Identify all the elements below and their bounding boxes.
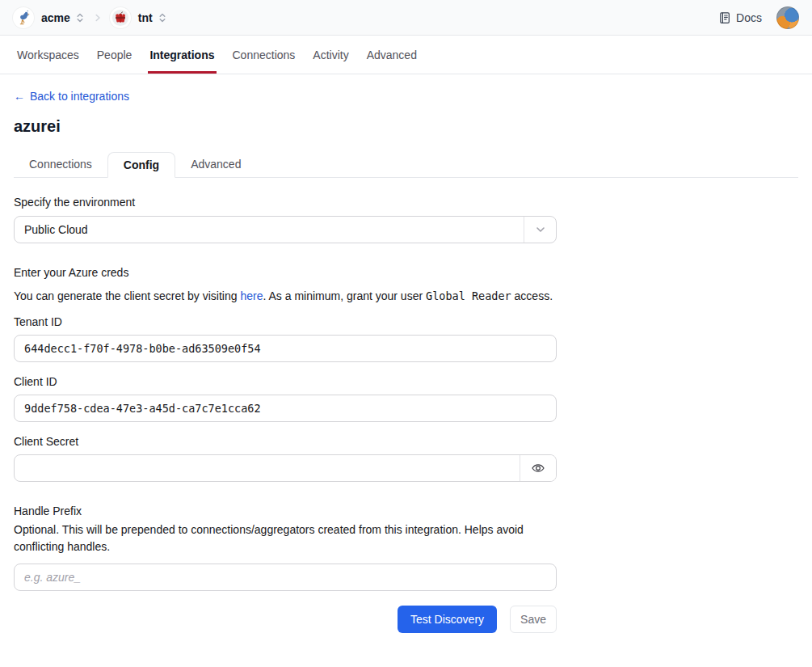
creds-help-post: access. xyxy=(511,289,553,302)
back-link-label: Back to integrations xyxy=(30,90,129,103)
back-arrow-icon: ← xyxy=(14,90,25,103)
workspace-switcher-icon[interactable] xyxy=(74,12,86,23)
nav-item-integrations[interactable]: Integrations xyxy=(149,36,214,74)
integration-tabs: Connections Config Advanced xyxy=(14,151,798,178)
nav-item-activity[interactable]: Activity xyxy=(313,36,348,74)
header-right: Docs xyxy=(718,6,799,29)
page-title: azurei xyxy=(14,117,798,136)
dynamite-icon xyxy=(111,9,129,27)
chevron-down-icon xyxy=(524,217,556,243)
environment-select-value: Public Cloud xyxy=(24,223,88,236)
tenant-name[interactable]: tnt xyxy=(138,11,153,24)
docs-label: Docs xyxy=(736,11,762,24)
client-secret-group: Client Secret xyxy=(14,435,798,482)
tenant-logo[interactable] xyxy=(110,7,131,28)
back-to-integrations-link[interactable]: ← Back to integrations xyxy=(14,90,129,103)
client-secret-field xyxy=(14,454,557,482)
nav-item-workspaces[interactable]: Workspaces xyxy=(17,36,79,74)
tab-connections[interactable]: Connections xyxy=(14,151,107,177)
workspace-logo[interactable] xyxy=(13,7,34,28)
nav-item-advanced[interactable]: Advanced xyxy=(367,36,417,74)
here-link[interactable]: here xyxy=(240,289,263,302)
roadrunner-icon xyxy=(15,9,32,27)
primary-nav: Workspaces People Integrations Connectio… xyxy=(0,36,812,74)
environment-label: Specify the environment xyxy=(14,196,798,209)
workspace-name[interactable]: acme xyxy=(41,11,70,24)
environment-select[interactable]: Public Cloud xyxy=(14,216,557,243)
creds-help-pre: You can generate the client secret by vi… xyxy=(14,289,240,302)
form-actions: Test Discovery Save xyxy=(14,606,557,633)
handle-prefix-description: Optional. This will be prepended to conn… xyxy=(14,521,557,555)
creds-help-text: You can generate the client secret by vi… xyxy=(14,287,557,305)
tenant-id-label: Tenant ID xyxy=(14,315,798,328)
handle-prefix-input[interactable] xyxy=(14,564,557,591)
breadcrumb: acme tnt xyxy=(13,7,168,28)
reveal-secret-button[interactable] xyxy=(520,455,556,481)
tenant-id-input[interactable] xyxy=(14,335,557,362)
client-id-group: Client ID xyxy=(14,375,798,422)
docs-link[interactable]: Docs xyxy=(718,11,762,24)
top-header: acme tnt xyxy=(0,0,812,36)
client-id-input[interactable] xyxy=(14,395,557,422)
tenant-id-group: Tenant ID xyxy=(14,315,798,362)
book-icon xyxy=(718,11,731,24)
creds-help-mid: . As a minimum, grant your user xyxy=(263,289,426,302)
nav-item-people[interactable]: People xyxy=(97,36,133,74)
client-id-label: Client ID xyxy=(14,375,798,388)
tab-advanced[interactable]: Advanced xyxy=(175,151,256,177)
tenant-switcher-icon[interactable] xyxy=(157,12,168,23)
creds-heading: Enter your Azure creds xyxy=(14,266,798,279)
nav-item-connections[interactable]: Connections xyxy=(233,36,296,74)
save-button[interactable]: Save xyxy=(510,606,557,633)
global-reader-code: Global Reader xyxy=(426,289,511,302)
main-content: ← Back to integrations azurei Connection… xyxy=(0,74,812,633)
user-avatar[interactable] xyxy=(776,6,799,29)
eye-icon xyxy=(531,461,545,475)
client-secret-input[interactable] xyxy=(15,455,520,481)
test-discovery-button[interactable]: Test Discovery xyxy=(398,606,497,633)
breadcrumb-separator-icon xyxy=(93,13,103,23)
client-secret-label: Client Secret xyxy=(14,435,798,448)
tab-config[interactable]: Config xyxy=(107,152,175,178)
handle-prefix-label: Handle Prefix xyxy=(14,504,798,517)
